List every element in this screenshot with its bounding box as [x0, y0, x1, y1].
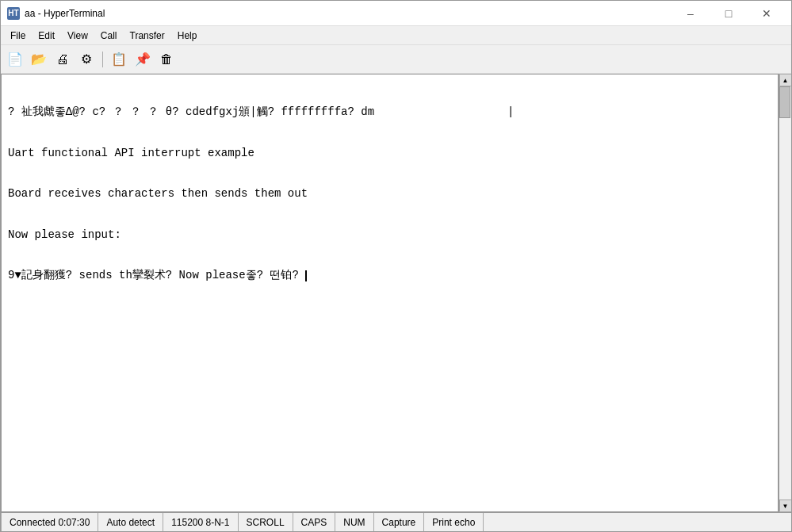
- menu-call[interactable]: Call: [94, 29, 124, 43]
- cursor: [305, 270, 307, 281]
- terminal-line-0: ? 祉我虤좋Δ@? c? ？ ？ ？ θ? cdedfgxj頒|觸? fffff…: [8, 105, 771, 121]
- toolbar: 📄 📂 🖨 ⚙ 📋 📌 🗑: [1, 45, 791, 74]
- menu-help[interactable]: Help: [171, 29, 204, 43]
- terminal-line-4: 9▼記身翻獲? sends th攣裂术? Now please좋? 떤铂?: [8, 268, 771, 284]
- new-button[interactable]: 📄: [4, 48, 26, 71]
- status-connected: Connected 0:07:30: [1, 513, 98, 531]
- title-bar-left: HT aa - HyperTerminal: [7, 7, 105, 20]
- main-window: HT aa - HyperTerminal – □ ✕ File Edit Vi…: [0, 0, 792, 532]
- scrollbar-thumb[interactable]: [779, 86, 790, 118]
- status-capture: Capture: [374, 513, 425, 531]
- menu-file[interactable]: File: [4, 29, 32, 43]
- app-icon-text: HT: [8, 9, 18, 17]
- maximize-button[interactable]: □: [710, 2, 747, 25]
- menu-view[interactable]: View: [61, 29, 94, 43]
- title-bar: HT aa - HyperTerminal – □ ✕: [1, 1, 791, 26]
- menu-bar: File Edit View Call Transfer Help: [1, 26, 791, 45]
- terminal-line-2: Board receives characters then sends the…: [8, 186, 771, 202]
- status-caps: CAPS: [293, 513, 336, 531]
- paste-button[interactable]: 📌: [132, 48, 154, 71]
- copy-button[interactable]: 📋: [108, 48, 130, 71]
- main-area: ? 祉我虤좋Δ@? c? ？ ？ ？ θ? cdedfgxj頒|觸? fffff…: [1, 74, 791, 512]
- properties-button[interactable]: ⚙: [75, 48, 98, 71]
- status-encoding: Auto detect: [98, 513, 163, 531]
- scrollbar-track[interactable]: [779, 86, 791, 499]
- status-baud: 115200 8-N-1: [163, 513, 238, 531]
- window-title: aa - HyperTerminal: [25, 8, 105, 19]
- terminal-content: ? 祉我虤좋Δ@? c? ？ ？ ？ θ? cdedfgxj頒|觸? fffff…: [2, 75, 778, 511]
- terminal-line-3: Now please input:: [8, 228, 771, 243]
- scroll-down-button[interactable]: ▼: [779, 499, 792, 512]
- status-print-echo: Print echo: [424, 513, 484, 531]
- title-controls: – □ ✕: [672, 2, 785, 25]
- clear-button[interactable]: 🗑: [155, 48, 178, 71]
- open-button[interactable]: 📂: [28, 48, 50, 71]
- close-button[interactable]: ✕: [748, 2, 785, 25]
- app-icon: HT: [7, 7, 20, 20]
- terminal-line-1: Uart functional API interrupt example: [8, 146, 771, 162]
- toolbar-separator-1: [102, 52, 103, 67]
- status-scroll: SCROLL: [239, 513, 293, 531]
- scroll-up-button[interactable]: ▲: [779, 74, 792, 86]
- minimize-button[interactable]: –: [672, 2, 709, 25]
- terminal-wrapper[interactable]: ? 祉我虤좋Δ@? c? ？ ？ ？ θ? cdedfgxj頒|觸? fffff…: [1, 74, 779, 512]
- scrollbar-vertical[interactable]: ▲ ▼: [779, 74, 791, 512]
- status-num: NUM: [335, 513, 373, 531]
- print-button[interactable]: 🖨: [52, 48, 74, 71]
- menu-transfer[interactable]: Transfer: [124, 29, 171, 43]
- status-bar: Connected 0:07:30 Auto detect 115200 8-N…: [1, 512, 791, 531]
- menu-edit[interactable]: Edit: [32, 29, 61, 43]
